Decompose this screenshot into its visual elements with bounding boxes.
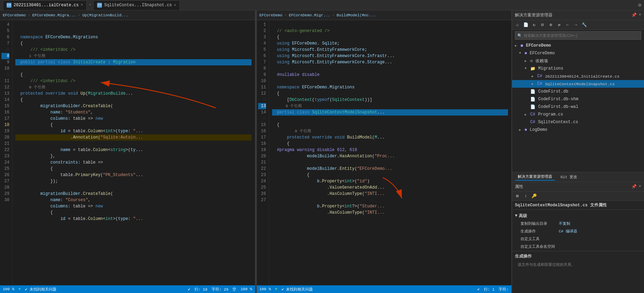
search-toolbar-btn[interactable]: ← [564,21,571,29]
left-status-char: 字符: 26 [212,287,228,292]
show-all-files-btn[interactable]: 📄 [522,21,530,29]
prop-name-copy-output: 复制到输出目录 [512,221,557,226]
tab-label-2: SqliteContex...ISnapshot.cs [104,3,172,8]
close-panel-icon[interactable]: × [639,13,641,18]
code-line-18: .Annotation("Sqlite:Autoin... [15,134,252,141]
prop-row-custom-tool: 自定义工具 [512,235,644,243]
prop-name-custom-tool-ns: 自定义工具命名空间 [512,244,557,249]
right-breadcrumb-2[interactable]: BuildModel(Moc... [337,13,376,17]
right-status-check: ✔ [477,287,480,292]
code-line-14: name: "Students", [15,110,93,115]
code-line-15: columns: table => new [15,116,103,121]
code-line-16: { [15,122,53,127]
left-code-content[interactable]: namespace EFCoreDemo.Migrations { /// <i… [13,20,252,285]
tree-item-initial-create[interactable]: ▶ C# 20221130040124_InitialCreate.cs [512,72,644,80]
r-line-21: { [272,173,310,177]
properties-pin-icon[interactable]: 📌 [631,184,637,189]
tab-separator-1: • [89,3,91,8]
tree-item-program-cs[interactable]: ▶ C# Program.cs [512,111,644,118]
right-breadcrumb-1[interactable]: EFCoreDemo.Migr... [289,13,330,17]
search-icon: 🔍 [517,33,522,38]
home-toolbar-btn[interactable]: ⌂ [514,21,521,29]
props-sort-category-btn[interactable]: ⊞ [514,192,521,200]
program-cs-icon: C# [530,112,535,117]
prop-group-advanced: ▼ 高级 复制到输出目录 不复制 生成操作 C# 编译器 自定义工具 [512,211,644,251]
left-status-icon: ♥ [18,287,21,291]
left-status-bar: 100 % ♥ ✔ 未找到相关问题 ✔ 行: 18 字符: 26 空 100 % [0,285,255,293]
tree-item-codefirst-db[interactable]: 📄 CodeFirst.db [512,88,644,95]
r-line-18: modelBuilder.HasAnnotation("Proc... [272,154,395,159]
properties-close-icon[interactable]: × [639,184,641,189]
prop-name-custom-tool: 自定义工具 [512,236,557,241]
tree-item-sqlite-context-cs[interactable]: C# SqliteContext.cs [512,118,644,126]
split-editors: EFCoreDemo › EFCoreDemo.Migra... › Up(Mi… [0,10,511,293]
sqlite-context-label: SqliteContext.cs [538,120,578,125]
forward-btn[interactable]: → [572,21,580,29]
props-key-btn[interactable]: 🔑 [530,192,538,200]
code-line-5: namespace EFCoreDemo.Migrations [15,35,98,40]
code-line-22: { [15,166,53,171]
close-tab-1[interactable]: × [81,3,83,7]
db-wal-icon: 📄 [530,104,535,110]
initial-create-label: 20221130040124_InitialCreate.cs [545,74,619,79]
prop-group-header-advanced[interactable]: ▼ 高级 [512,212,644,220]
tab-solution-explorer[interactable]: 解决方案资源管理器 [515,173,555,181]
prop-group-collapse-icon: ▼ [515,213,517,218]
code-ref-1: 1 个引用 [15,54,45,58]
collapse-all-btn[interactable]: ⊟ [539,21,546,29]
right-code-area: 1 2 3 4 5 6 7 8 9 10 11 12 ⬡ 13 [257,20,512,285]
tree-item-dependencies[interactable]: ▶ ⊞ 依赖项 [512,57,644,65]
right-project-breadcrumb[interactable]: EFCoreDemo [260,13,283,17]
left-project-breadcrumb[interactable]: EFCoreDemo [3,13,26,17]
refresh-btn[interactable]: ↻ [530,21,538,29]
tab-sqlite-snapshot[interactable]: C# SqliteContex...ISnapshot.cs × [93,0,180,10]
prop-value-build-action[interactable]: C# 编译器 [557,229,644,234]
tree-solution-root[interactable]: ▶ ■ EFCoreDemo [512,42,644,49]
prop-name-build-action: 生成操作 [512,229,557,234]
tree-project-efcoredemo[interactable]: ▼ ■ EFCoreDemo [512,49,644,57]
settings-icon[interactable]: ⚙ [638,2,641,8]
properties-content: ▼ 高级 复制到输出目录 不复制 生成操作 C# 编译器 自定义工具 [512,210,644,293]
tab-initial-create[interactable]: C# 20221130401...ialCreate.cs × [3,0,87,10]
prop-section-note: 该文件与生成和部署过程的关系。 [515,261,641,269]
close-tab-2[interactable]: × [174,3,176,7]
solution-search-input[interactable] [524,33,639,38]
code-line-10: /// <inheritdoc /> [15,79,75,84]
props-sort-alpha-btn[interactable]: ↕ [522,192,530,200]
right-code-content[interactable]: // <auto-generated /> { using EFCoreDemo… [269,20,508,285]
dependencies-label: 依赖项 [535,58,548,64]
tab-git-changes[interactable]: Git 更改 [558,174,580,180]
left-scrollbar[interactable] [252,20,255,285]
solution-toolbar: ⌂ 📄 ↻ ⊟ ⚙ ⇄ ← → 🔧 [512,20,644,30]
r-line-15: protected override void BuildModel(M... [272,135,385,140]
sync-btn[interactable]: ⇄ [555,21,563,29]
filter-btn[interactable]: ⚙ [547,21,555,29]
left-status-msg: ✔ 未找到相关问题 [25,287,56,292]
r-line-4: using Microsoft.EntityFrameworkCore; [272,47,367,52]
tree-item-logdemo[interactable]: ▶ ■ LogDemo [512,126,644,134]
solution-root-label: EFCoreDemo [526,43,551,48]
dependencies-icon: ⊞ [530,58,533,64]
sqlite-snapshot-icon: C# [537,81,542,86]
main-layout: EFCoreDemo › EFCoreDemo.Migra... › Up(Mi… [0,10,644,293]
left-breadcrumb-1[interactable]: EFCoreDemo.Migra... [32,13,76,17]
right-scrollbar[interactable] [508,20,511,285]
code-line-24: }); [15,179,58,184]
tree-item-codefirst-db-shm[interactable]: 📄 CodeFirst.db-shm [512,95,644,103]
prop-value-copy-output[interactable]: 不复制 [557,221,644,226]
tree-item-codefirst-db-wal[interactable]: 📄 CodeFirst.db-wal [512,103,644,111]
pin-icon[interactable]: 📌 [631,13,637,18]
code-line-12: { [15,97,23,102]
right-status-line: 行: 1 [484,287,495,292]
tree-item-sqlite-snapshot[interactable]: ▶ C# SqliteContextModelSnapshot.cs [512,80,644,88]
solution-search-box[interactable]: 🔍 [515,31,641,40]
left-breadcrumb-2[interactable]: Up(MigrationBuild... [82,13,128,17]
r-line-17: #pragma warning disable 612, 618 [272,148,357,152]
r-line-23: .ValueGeneratedOnAdd... [272,185,385,190]
props-btn[interactable]: 🔧 [580,21,588,29]
r-line-10: namespace EFCoreDemo.Migrations [272,85,355,90]
migrations-folder-icon: 📁 [530,66,535,71]
db-icon: 📄 [530,89,535,94]
migrations-folder-label: Migrations [538,66,563,71]
tree-item-migrations-folder[interactable]: ▼ 📁 Migrations [512,65,644,72]
